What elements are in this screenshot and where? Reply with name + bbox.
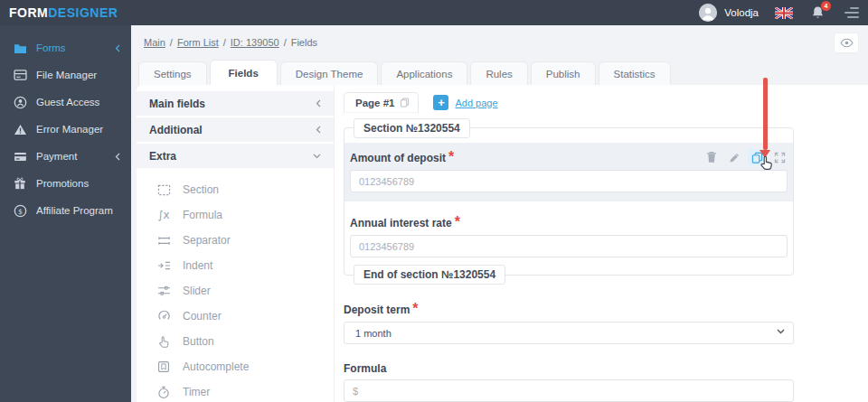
tab-design-theme[interactable]: Design Theme <box>280 61 379 85</box>
breadcrumb-link-form-list[interactable]: Form List <box>177 37 219 48</box>
field-type-label: Separator <box>183 234 231 247</box>
field-type-separator[interactable]: Separator <box>137 228 334 253</box>
section-start-label[interactable]: Section №1320554 <box>354 118 470 138</box>
breadcrumb-separator: / <box>284 37 287 48</box>
field-type-counter[interactable]: Counter <box>137 304 334 329</box>
file-manager-icon <box>13 68 27 82</box>
delete-field-button[interactable] <box>703 149 720 165</box>
tab-fields[interactable]: Fields <box>210 60 278 85</box>
counter-icon <box>156 309 171 323</box>
timer-icon <box>156 385 171 399</box>
mouse-cursor <box>760 155 775 173</box>
sidebar-item-promotions[interactable]: Promotions <box>0 170 131 197</box>
add-page-label: Add page <box>455 98 497 108</box>
notification-badge: 4 <box>821 1 831 11</box>
field-row-deposit-term[interactable]: Deposit term* 1 month <box>344 301 794 344</box>
plus-icon: + <box>433 95 448 110</box>
sidebar-item-label: Affiliate Program <box>36 205 120 216</box>
field-type-section[interactable]: Section <box>137 177 334 202</box>
edit-field-button[interactable] <box>726 149 742 165</box>
field-type-label: Timer <box>183 386 210 398</box>
expand-icon <box>774 152 786 164</box>
sidebar-item-affiliate-program[interactable]: $ Affiliate Program <box>0 197 131 224</box>
sidebar-item-payment[interactable]: Payment <box>0 143 131 170</box>
chevron-left-icon <box>316 126 321 134</box>
tab-applications[interactable]: Applications <box>381 61 467 85</box>
form-canvas: Page #1 + Add page Section №1320554 Amou… <box>335 85 868 402</box>
group-extra[interactable]: Extra <box>137 144 334 168</box>
uk-flag-icon[interactable] <box>775 7 793 19</box>
dollar-circle-icon: $ <box>13 203 27 218</box>
error-manager-icon <box>13 122 27 136</box>
add-page-button[interactable]: + Add page <box>433 95 497 110</box>
sidebar-item-guest-access[interactable]: Guest Access <box>0 89 131 116</box>
chevron-left-icon <box>115 153 120 161</box>
folder-icon <box>13 41 27 55</box>
deposit-term-select[interactable]: 1 month <box>344 322 794 344</box>
top-header: FORMDESIGNER Volodja 4 <box>0 0 868 25</box>
breadcrumb-link-form-id[interactable]: ID: 139050 <box>231 37 279 48</box>
group-main-fields[interactable]: Main fields <box>137 91 334 116</box>
annual-interest-rate-input[interactable] <box>350 235 788 257</box>
tab-rules[interactable]: Rules <box>470 61 527 85</box>
group-additional[interactable]: Additional <box>137 117 334 142</box>
tab-publish[interactable]: Publish <box>531 61 596 85</box>
slider-icon <box>156 284 171 298</box>
button-icon <box>156 334 171 349</box>
section-container: Section №1320554 Amount of deposit* <box>344 127 794 276</box>
payment-icon <box>13 149 27 164</box>
sidebar-item-file-manager[interactable]: File Manager <box>0 61 131 89</box>
duplicate-page-icon[interactable] <box>400 98 410 108</box>
sidebar-item-label: Promotions <box>36 178 120 189</box>
field-type-formula[interactable]: ∫x Formula <box>137 202 334 228</box>
indent-icon <box>156 258 171 273</box>
avatar[interactable] <box>699 4 717 22</box>
field-type-label: Counter <box>183 310 222 323</box>
tab-settings[interactable]: Settings <box>138 61 207 85</box>
notifications-button[interactable]: 4 <box>811 5 825 20</box>
main-sidebar: Forms File Manager Guest Access Error Ma… <box>0 25 131 402</box>
field-label: Deposit term <box>344 304 410 316</box>
field-actions <box>703 149 788 165</box>
field-label: Formula <box>344 362 386 375</box>
breadcrumb: Main / Form List / ID: 139050 / Fields <box>131 25 868 60</box>
field-row-annual-interest-rate[interactable]: Annual interest rate* <box>344 213 793 257</box>
user-name[interactable]: Volodja <box>724 7 759 18</box>
tab-label: Fields <box>229 68 259 79</box>
logo-designer: DESIGNER <box>48 5 118 20</box>
chevron-left-icon <box>115 44 120 52</box>
page-tab-label: Page #1 <box>355 98 394 108</box>
group-label: Main fields <box>149 98 205 110</box>
tab-statistics[interactable]: Statistics <box>599 61 671 85</box>
sidebar-item-label: Forms <box>36 42 115 53</box>
field-row-amount-of-deposit[interactable]: Amount of deposit* <box>344 143 793 201</box>
sidebar-item-error-manager[interactable]: Error Manager <box>0 116 131 143</box>
breadcrumb-current: Fields <box>291 37 317 48</box>
tab-label: Design Theme <box>296 69 363 79</box>
field-type-button[interactable]: Button <box>137 329 334 354</box>
sidebar-item-forms[interactable]: Forms <box>0 34 131 61</box>
amount-of-deposit-input[interactable] <box>350 170 788 192</box>
form-tabs: Settings Fields Design Theme Application… <box>138 60 868 85</box>
breadcrumb-link-main[interactable]: Main <box>144 37 165 48</box>
formula-input[interactable] <box>344 379 794 402</box>
field-type-label: Indent <box>183 259 212 272</box>
field-type-slider[interactable]: Slider <box>137 278 334 304</box>
field-type-timer[interactable]: Timer <box>137 379 334 402</box>
tab-label: Publish <box>546 69 580 79</box>
eye-icon <box>840 38 854 48</box>
field-row-formula[interactable]: Formula <box>344 360 794 402</box>
page-tab-1[interactable]: Page #1 <box>344 92 419 113</box>
sidebar-item-label: Payment <box>36 151 115 162</box>
fields-editor-card: Main fields Additional Extra Section ∫x … <box>137 85 868 402</box>
tab-label: Statistics <box>614 69 656 79</box>
field-type-indent[interactable]: Indent <box>137 253 334 278</box>
group-label: Extra <box>149 150 176 163</box>
section-icon <box>156 182 171 197</box>
preview-button[interactable] <box>834 33 859 53</box>
chevron-down-icon <box>777 329 785 334</box>
section-end-label[interactable]: End of section №1320554 <box>354 265 505 285</box>
menu-icon[interactable] <box>844 7 859 18</box>
field-type-autocomplete[interactable]: Autocomplete <box>137 354 334 379</box>
chevron-left-icon <box>316 99 321 108</box>
